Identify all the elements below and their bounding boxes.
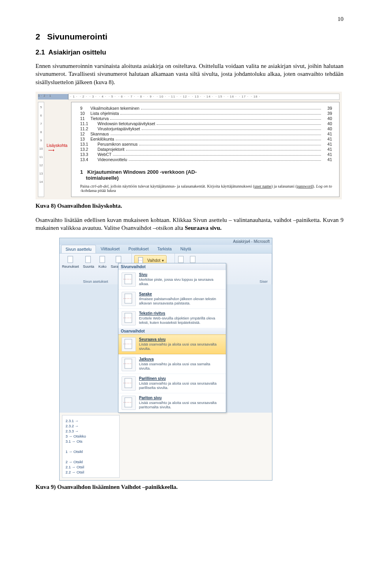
body-italic: Log on to <box>316 184 332 188</box>
toc-row: 13.4Videoneuvottelu41 <box>80 157 332 162</box>
vertical-ruler: 567891011121314 <box>38 102 44 197</box>
ruler-tick: · 14 · <box>204 95 213 98</box>
nav-row[interactable]: 2.2 → Otsil <box>66 470 116 474</box>
nav-row[interactable]: 1 → Otsikl <box>66 449 116 454</box>
dropdown-item-title: Sarake <box>139 292 223 296</box>
dropdown-item-title: Seuraava sivu <box>139 337 223 342</box>
word-doc-screenshot: 3 · 2 · 1 · 1 ·· 2 ·· 3 ·· 4 ·· 5 ·· 6 ·… <box>36 92 342 199</box>
toc-leader <box>142 126 321 130</box>
section-head-line2: toimialueelle) <box>86 175 118 181</box>
toc-title: Videoneuvottelu <box>98 157 127 162</box>
figure-9: Asiakirja4 - Microsoft Sivun asetteluVii… <box>59 238 272 481</box>
svg-rect-6 <box>178 256 184 263</box>
dropdown-item[interactable]: SivuMerkitse piste, jossa sivu loppuu ja… <box>118 270 226 289</box>
table-of-contents: 9Vikailmoituksen tekeminen3910Lista ohje… <box>80 106 332 162</box>
ruler-tick: · 13 · <box>192 95 201 98</box>
body-text: Paina <box>80 184 90 188</box>
body-underline: password <box>297 184 313 188</box>
nav-row[interactable]: 3.1 → Ots <box>66 439 116 443</box>
button-label: Suunta <box>83 265 94 269</box>
page-icon <box>84 255 93 264</box>
toc-row: 13Eenkilökunta41 <box>80 137 332 141</box>
ruler-tick: 3 <box>38 94 40 98</box>
vaihdot-label: Vaihdot <box>147 258 160 263</box>
ribbon-button[interactable]: Koko <box>98 255 107 269</box>
dropdown-item[interactable]: JatkuvaLisää osanvaihto ja aloita uusi o… <box>118 354 226 374</box>
toc-page: 39 <box>323 111 332 116</box>
insertion-point-label: Lisäyskohta <box>47 143 68 148</box>
toc-num: 13.1 <box>80 142 98 147</box>
ruler-tick: · 5 · <box>109 95 116 98</box>
ruler-tick: · 3 · <box>90 95 97 98</box>
ruler-tick: · 16 · <box>227 95 237 98</box>
h2-text: Asiakirjan osittelu <box>48 49 106 56</box>
toc-num: 12 <box>80 132 90 136</box>
nav-row[interactable]: 3 → Otsikko <box>66 434 116 438</box>
dropdown-item-desc: Erottele Web-sivuilla objektien ympärill… <box>139 316 223 325</box>
dropdown-item[interactable]: Parillinen sivuLisää osanvaihto ja aloit… <box>118 374 226 393</box>
dropdown-item-title: Parillinen sivu <box>139 376 223 381</box>
nav-row[interactable]: 2.3.1 → <box>66 419 116 423</box>
ruler-tick: · 10 · <box>157 95 166 98</box>
figure-9-caption: Kuva 9) Osanvaihdon lisääminen Vaihdot –… <box>36 483 343 491</box>
ruler-tick: 12 <box>39 163 43 167</box>
dropdown-item[interactable]: Seuraava sivuLisää osanvaihto ja aloita … <box>118 334 226 354</box>
body-text: -kohdassa pitää lukea <box>80 188 116 193</box>
svg-rect-1 <box>86 256 91 263</box>
figure-8: 3 · 2 · 1 · 1 ·· 2 ·· 3 ·· 4 ·· 5 ·· 6 ·… <box>36 92 342 199</box>
toc-page: 41 <box>323 147 332 152</box>
dropdown-item-desc: Merkitse piste, jossa sivu loppuu ja seu… <box>139 277 223 286</box>
dropdown-item[interactable]: Tekstin rivitysErottele Web-sivuilla obj… <box>118 308 226 328</box>
body-italic: ctrl-alt-del <box>90 184 109 188</box>
ruler-tick: 13 <box>39 172 43 175</box>
horizontal-ruler: 3 · 2 · 1 · 1 ·· 2 ·· 3 ·· 4 ·· 5 ·· 6 ·… <box>38 94 340 100</box>
page-icon <box>122 337 136 351</box>
ribbon-tab[interactable]: Sivun asettelu <box>61 245 96 253</box>
toc-row: 11.1Windowsin tietoturvapäivitykset40 <box>80 121 332 126</box>
ruler-tick: 2 <box>43 94 45 98</box>
nav-row[interactable]: 2 → Otsikl <box>66 460 116 464</box>
arrow-right-icon: ⟶ <box>48 148 54 153</box>
dropdown-item-title: Sivu <box>139 272 223 277</box>
ruler-tick: 10 <box>39 147 43 150</box>
dropdown-item-title: Jatkuva <box>139 357 223 361</box>
toc-row: 13.2Dataprojektorit41 <box>80 147 332 152</box>
ribbon-tab[interactable]: Tarkista <box>154 245 176 253</box>
ruler-tick: 9 <box>40 139 42 142</box>
ribbon-button[interactable]: Suunta <box>83 255 94 269</box>
ruler-tick: · 6 · <box>118 95 126 98</box>
document-area: 2.3.1 →2.3.2 →2.3.3 →3 → Otsikko3.1 → Ot… <box>60 413 272 480</box>
titlebar: Asiakirja4 - Microsoft <box>60 238 272 245</box>
nav-row[interactable]: 2.3.3 → <box>66 429 116 433</box>
toc-title: Vikailmoituksen tekeminen <box>90 106 139 111</box>
toc-num: 9 <box>80 106 90 111</box>
toc-title: Perusmikron asennus <box>98 142 138 147</box>
ribbon-button[interactable]: Reunukset <box>62 255 79 269</box>
dropdown-item[interactable]: Pariton sivuLisää osanvaihto ja aloita u… <box>118 393 226 412</box>
svg-rect-2 <box>99 256 105 263</box>
toc-leader <box>141 106 321 109</box>
figure-8-caption: Kuva 8) Osanvaihdon lisäyskohta. <box>36 202 343 210</box>
toc-title: Virustorjuntapäivitykset <box>98 126 140 131</box>
body-underline: user name <box>254 184 271 188</box>
svg-rect-7 <box>190 256 195 263</box>
page-number: 10 <box>36 16 343 23</box>
toc-title: Dataprojektorit <box>98 147 124 152</box>
toc-num: 10 <box>80 111 90 116</box>
ribbon-tab[interactable]: Viittaukset <box>97 245 124 253</box>
nav-row[interactable]: 2.3.2 → <box>66 424 116 428</box>
button-label: Reunukset <box>62 265 79 269</box>
body-text: , jolloin näyttöön tulevat käyttäjätunnu… <box>109 184 255 188</box>
nav-row[interactable]: 2.1 → Otsil <box>66 465 116 469</box>
ruler-tick: · 12 · <box>180 95 190 98</box>
ribbon-tab[interactable]: Näytä <box>176 245 195 253</box>
dropdown-item[interactable]: SarakeIlmaisee palstanvaihdon jälkeen ol… <box>118 289 226 308</box>
toc-leader <box>139 142 321 145</box>
section-num: 1 <box>80 169 83 175</box>
toc-title: Tietoturva <box>90 116 109 121</box>
toc-title: WebCT <box>98 152 111 157</box>
ribbon-tab[interactable]: Postitukset <box>124 245 152 253</box>
dropdown-header: Osanvaihdot <box>118 328 226 334</box>
toc-num: 13 <box>80 137 90 141</box>
ruler-tick: · 15 · <box>216 95 225 98</box>
